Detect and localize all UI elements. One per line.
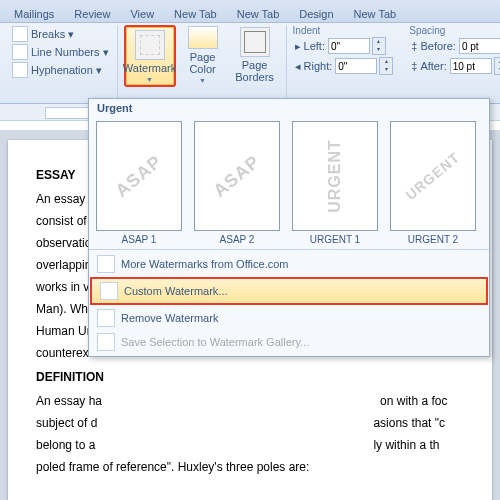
body-text: poled frame of reference". Huxley's thre… xyxy=(36,458,464,476)
watermark-gallery: Urgent ASAPASAP 1 ASAPASAP 2 URGENTURGEN… xyxy=(88,98,490,357)
spinner[interactable]: ▴▾ xyxy=(372,37,386,55)
page-color-icon xyxy=(188,26,218,49)
spacing-after-icon: ‡ xyxy=(411,60,417,72)
indent-right-input[interactable] xyxy=(335,58,377,74)
gallery-section-title: Urgent xyxy=(89,99,489,117)
body-text: An essay haon with a foc xyxy=(36,392,464,410)
indent-label: Indent xyxy=(293,25,396,36)
page-borders-icon xyxy=(240,27,270,57)
spacing-before-input[interactable] xyxy=(459,38,500,54)
watermark-option-asap1[interactable]: ASAPASAP 1 xyxy=(95,121,183,245)
spacing-label: Spacing xyxy=(409,25,500,36)
breaks-button[interactable]: Breaks ▾ xyxy=(10,25,111,43)
spinner[interactable]: ▴▾ xyxy=(494,57,500,75)
ribbon-tabs: Mailings Review View New Tab New Tab Des… xyxy=(0,0,500,23)
tab-design[interactable]: Design xyxy=(289,5,343,22)
indent-right-icon: ◂ xyxy=(295,60,301,73)
remove-icon xyxy=(97,309,115,327)
tab-view[interactable]: View xyxy=(120,5,164,22)
hyphenation-button[interactable]: Hyphenation ▾ xyxy=(10,61,111,79)
tab-mailings[interactable]: Mailings xyxy=(4,5,64,22)
tab-review[interactable]: Review xyxy=(64,5,120,22)
page-color-button[interactable]: Page Color▼ xyxy=(178,25,228,85)
watermark-option-urgent2[interactable]: URGENTURGENT 2 xyxy=(389,121,477,245)
body-text: belong to aly within a th xyxy=(36,436,464,454)
watermark-button[interactable]: Watermark▼ xyxy=(124,25,176,87)
spacing-after-input[interactable] xyxy=(450,58,492,74)
watermark-option-urgent1[interactable]: URGENTURGENT 1 xyxy=(291,121,379,245)
remove-watermark-item[interactable]: Remove Watermark xyxy=(89,306,489,330)
indent-left-icon: ▸ xyxy=(295,40,301,53)
indent-left-input[interactable] xyxy=(328,38,370,54)
watermark-option-asap2[interactable]: ASAPASAP 2 xyxy=(193,121,281,245)
ribbon: Breaks ▾ Line Numbers ▾ Hyphenation ▾ Wa… xyxy=(0,23,500,104)
more-watermarks-item[interactable]: More Watermarks from Office.com xyxy=(89,252,489,276)
body-text: subject of dasions that "c xyxy=(36,414,464,432)
custom-watermark-item[interactable]: Custom Watermark... xyxy=(90,277,488,305)
tab-new2[interactable]: New Tab xyxy=(227,5,290,22)
page-borders-button[interactable]: Page Borders xyxy=(230,25,280,85)
tab-new3[interactable]: New Tab xyxy=(344,5,407,22)
page-icon xyxy=(100,282,118,300)
spacing-before-icon: ‡ xyxy=(411,40,417,52)
heading-definition: DEFINITION xyxy=(36,368,464,386)
line-numbers-button[interactable]: Line Numbers ▾ xyxy=(10,43,111,61)
spinner[interactable]: ▴▾ xyxy=(379,57,393,75)
save-icon xyxy=(97,333,115,351)
globe-icon xyxy=(97,255,115,273)
tab-new1[interactable]: New Tab xyxy=(164,5,227,22)
watermark-icon xyxy=(135,30,165,60)
save-watermark-item: Save Selection to Watermark Gallery... xyxy=(89,330,489,354)
